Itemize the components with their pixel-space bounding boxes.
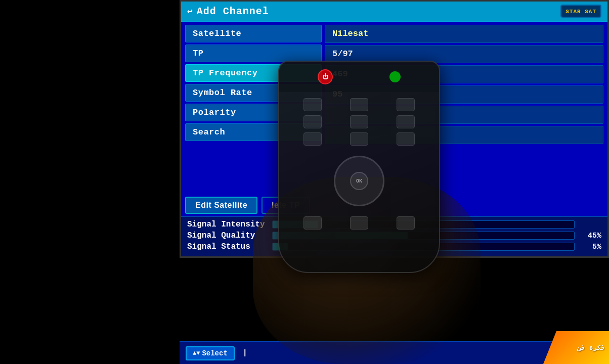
value-satellite: Nilesat (325, 25, 603, 43)
remote-power-button: ⏻ (318, 69, 333, 84)
remote-btn-8 (350, 132, 368, 146)
signal-intensity-label: Signal Intensity (187, 220, 268, 229)
brand-logo: STAR SAT (560, 5, 601, 18)
watermark-text: فكرة فن (577, 344, 605, 352)
remote-btn-9 (397, 132, 415, 146)
remote-btn-4 (303, 115, 322, 128)
page-title: Add Channel (197, 6, 269, 17)
remote-nav-circle: OK (334, 156, 384, 206)
remote-btn-1 (303, 98, 322, 111)
remote-ok-button: OK (350, 172, 368, 190)
back-icon: ↩ (187, 6, 193, 17)
logo-text: STAR SAT (566, 9, 596, 15)
edit-satellite-button[interactable]: Edit Satellite (185, 197, 257, 214)
remote-btn-2 (350, 98, 368, 111)
menu-item-satellite[interactable]: Satellite (185, 25, 322, 42)
nav-pipe: | (243, 349, 247, 357)
remote-control: ⏻ OK (278, 61, 440, 273)
remote-btn-11 (350, 216, 368, 230)
remote-top: ⏻ (279, 62, 439, 92)
remote-green-button (389, 71, 401, 82)
remote-btn-10 (303, 216, 322, 230)
remote-btn-7 (303, 132, 322, 146)
menu-item-tp[interactable]: TP (185, 44, 322, 62)
remote-btn-6 (397, 115, 415, 128)
remote-btn-12 (397, 216, 415, 230)
remote-btn-3 (397, 98, 415, 111)
arrow-up-icon: ▲▼ (193, 350, 200, 357)
remote-buttons-grid (279, 92, 439, 152)
select-nav-button[interactable]: ▲▼ Select (186, 346, 235, 360)
select-label: Select (202, 349, 227, 357)
title-bar: ↩ Add Channel STAR SAT (181, 2, 607, 22)
signal-quality-percent: 45% (579, 232, 601, 240)
remote-bottom-buttons (279, 210, 439, 236)
remote-btn-5 (350, 115, 368, 128)
signal-status-percent: 5% (579, 243, 601, 251)
